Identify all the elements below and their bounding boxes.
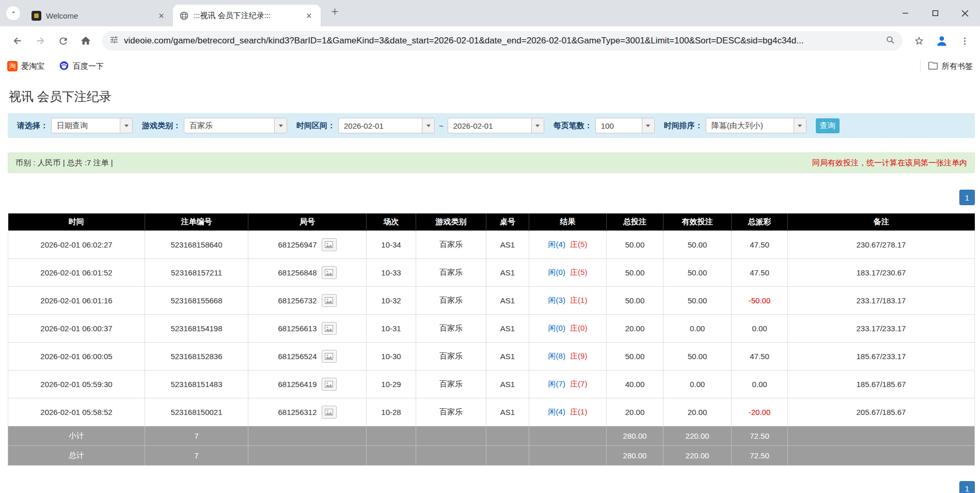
table-row: 2026-02-01 06:00:37 523168154198 6812566…: [8, 314, 975, 342]
round-image-button[interactable]: [322, 322, 337, 335]
close-icon[interactable]: [155, 10, 167, 21]
cell-total-bet[interactable]: 20.00: [607, 398, 663, 426]
select-value: 2026-02-01: [339, 121, 389, 130]
cell-game: 百家乐: [416, 230, 486, 258]
result-banker: 庄(0): [570, 323, 587, 332]
maximize-button[interactable]: [920, 0, 950, 26]
bet-records-table: 时间 注单编号 局号 场次 游戏类别 桌号 结果 总投注 有效投注 总派彩 备注…: [8, 213, 975, 466]
pagination-bottom: 1: [8, 481, 975, 493]
round-image-button[interactable]: [322, 350, 337, 363]
refresh-button[interactable]: [52, 29, 74, 52]
profile-button[interactable]: [930, 29, 953, 52]
cell-table-no: AS1: [486, 286, 529, 314]
cell-result: 闲(4) 庄(1): [529, 398, 607, 426]
round-image-button[interactable]: [322, 294, 337, 307]
total-total-bet: 280.00: [607, 445, 663, 465]
bookmark-star-icon: [914, 36, 924, 46]
cell-total-bet[interactable]: 20.00: [607, 314, 663, 342]
tab-strip-chevron-button[interactable]: [6, 6, 20, 20]
result-player: 闲(3): [548, 296, 565, 304]
cell-time: 2026-02-01 06:01:52: [8, 258, 145, 286]
chevron-down-icon: [120, 118, 132, 133]
total-payout: 72.50: [732, 445, 788, 465]
pagination-page-1[interactable]: 1: [959, 481, 975, 493]
cell-payout: -20.00: [732, 398, 788, 426]
cell-payout: 47.50: [732, 230, 788, 258]
cell-payout: 0.00: [732, 314, 788, 342]
cell-time: 2026-02-01 06:00:05: [8, 342, 145, 370]
close-icon[interactable]: [303, 10, 314, 21]
cell-session: 10-28: [367, 398, 416, 426]
filter-label-date-range: 时间区间：: [296, 121, 335, 131]
bookmark-label: 爱淘宝: [21, 61, 44, 71]
cell-remark: 230.67/278.17: [788, 230, 975, 258]
cell-game: 百家乐: [416, 370, 486, 398]
cell-total-bet[interactable]: 50.00: [607, 258, 663, 286]
bookmark-baidu[interactable]: 百度一下: [59, 60, 104, 72]
chevron-down-icon: [531, 118, 544, 133]
cell-table-no: AS1: [486, 342, 529, 370]
table-body: 2026-02-01 06:02:27 523168158640 6812569…: [8, 230, 975, 426]
cell-valid-bet: 0.00: [663, 314, 732, 342]
home-button[interactable]: [74, 29, 97, 52]
cell-valid-bet: 50.00: [663, 286, 732, 314]
subtotal-total-bet: 280.00: [607, 426, 663, 445]
round-image-button[interactable]: [322, 238, 337, 251]
menu-button[interactable]: [953, 29, 976, 52]
all-bookmarks-button[interactable]: 所有书签: [928, 60, 973, 72]
filter-select-sort[interactable]: 降冪(由大到小): [706, 118, 807, 133]
cell-total-bet[interactable]: 50.00: [607, 342, 663, 370]
forward-button[interactable]: [29, 29, 52, 52]
bookmarks-bar: 淘 爱淘宝 百度一下 所有书签: [0, 55, 980, 77]
site-info-icon[interactable]: [109, 35, 119, 47]
tab-betrecord[interactable]: :::视讯 会员下注纪录:::: [173, 5, 321, 26]
table-row: 2026-02-01 05:58:52 523168150021 6812563…: [8, 398, 975, 426]
round-image-button[interactable]: [322, 406, 337, 419]
table-row: 2026-02-01 06:02:27 523168158640 6812569…: [8, 230, 975, 258]
cell-total-bet[interactable]: 40.00: [607, 370, 663, 398]
select-value: 100: [596, 121, 619, 130]
cell-result: 闲(8) 庄(9): [529, 342, 607, 370]
tab-welcome[interactable]: Welcome: [25, 5, 173, 26]
round-image-button[interactable]: [322, 266, 337, 279]
zoom-icon[interactable]: [886, 35, 895, 47]
cell-session: 10-31: [367, 314, 416, 342]
round-image-icon: [325, 297, 333, 304]
folder-icon: [928, 60, 938, 72]
filter-date-end[interactable]: 2026-02-01: [448, 118, 544, 133]
result-banker: 庄(7): [570, 379, 587, 388]
result-player: 闲(8): [548, 351, 565, 360]
cell-total-bet[interactable]: 50.00: [607, 286, 663, 314]
cell-total-bet[interactable]: 50.00: [607, 230, 663, 258]
cell-table-no: AS1: [486, 230, 529, 258]
minimize-button[interactable]: [890, 0, 920, 26]
chevron-down-icon: [794, 118, 806, 133]
cell-table-no: AS1: [486, 370, 529, 398]
cell-game: 百家乐: [416, 398, 486, 426]
filter-select-page-size[interactable]: 100: [595, 118, 655, 133]
new-tab-button[interactable]: [326, 4, 343, 21]
bookmark-star-button[interactable]: [908, 29, 930, 52]
page-title: 视讯 会员下注纪录: [9, 88, 975, 105]
round-image-button[interactable]: [322, 378, 337, 391]
back-button[interactable]: [6, 29, 29, 52]
cell-result: 闲(0) 庄(0): [529, 314, 607, 342]
chevron-down-icon: [642, 118, 654, 133]
cell-valid-bet: 50.00: [663, 342, 732, 370]
subtotal-row: 小计 7 280.00 220.00 72.50: [8, 426, 975, 445]
pagination-page-1[interactable]: 1: [959, 190, 975, 205]
filter-date-start[interactable]: 2026-02-01: [338, 118, 435, 133]
filter-select-query-type[interactable]: 日期查询: [51, 118, 133, 133]
cell-valid-bet: 20.00: [663, 398, 732, 426]
bookmark-taobao[interactable]: 淘 爱淘宝: [7, 61, 44, 71]
col-header-bet-id: 注单编号: [145, 213, 248, 230]
cell-time: 2026-02-01 05:59:30: [8, 370, 145, 398]
address-bar[interactable]: videoie.com/game/betrecord_search/kind3?…: [102, 31, 903, 51]
filter-label-query-type: 请选择：: [17, 121, 48, 131]
cell-payout: 47.50: [732, 342, 788, 370]
total-valid-bet: 220.00: [663, 445, 732, 465]
round-image-icon: [325, 269, 333, 276]
filter-select-game-type[interactable]: 百家乐: [184, 118, 287, 133]
close-window-button[interactable]: [950, 0, 980, 26]
search-button[interactable]: 查询: [816, 118, 840, 133]
